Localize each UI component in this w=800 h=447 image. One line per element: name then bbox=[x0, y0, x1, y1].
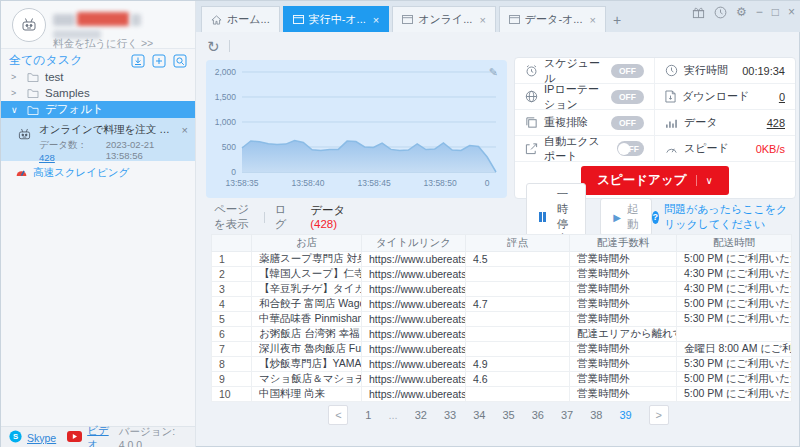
header-rating[interactable]: 評点 bbox=[466, 235, 570, 252]
download-count-link[interactable]: 0 bbox=[779, 91, 785, 103]
table-row[interactable]: 2【韓国人スープ】仁寺洞コムタ...https://www.ubereats.c… bbox=[212, 267, 792, 282]
folder-samples[interactable]: > Samples bbox=[1, 85, 195, 101]
cell-link[interactable]: https://www.ubereats.com/jp/stor... bbox=[362, 327, 466, 342]
pagination-page[interactable]: 32 bbox=[415, 409, 427, 421]
dedupe-off-badge[interactable]: OFF bbox=[611, 116, 644, 130]
window-icon bbox=[293, 15, 304, 24]
close-icon[interactable]: × bbox=[182, 124, 188, 136]
speed-up-button[interactable]: スピードアップ ∨ bbox=[581, 166, 729, 195]
next-page-button[interactable]: > bbox=[649, 405, 669, 425]
pagination-page[interactable]: 39 bbox=[619, 409, 631, 421]
pagination-page[interactable]: 37 bbox=[561, 409, 573, 421]
chevron-right-icon[interactable]: > bbox=[11, 72, 21, 82]
version-label: バージョン: 4.0.0 bbox=[119, 425, 187, 447]
start-button[interactable]: ▶ 起動 bbox=[600, 198, 651, 236]
table-row[interactable]: 7深川夜市 魯肉飯店 Fukagawa Ni...https://www.ube… bbox=[212, 342, 792, 357]
video-link[interactable]: ビデオ bbox=[87, 424, 114, 447]
cell-link[interactable]: https://www.ubereats.com/jp/stor... bbox=[362, 372, 466, 387]
minimize-icon[interactable]: − bbox=[756, 5, 763, 19]
table-cell: 4:30 PM にご利用いただけます bbox=[677, 267, 792, 282]
robot-icon bbox=[16, 126, 33, 147]
table-cell bbox=[466, 312, 570, 327]
cell-link[interactable]: https://www.ubereats.com/jp/stor... bbox=[362, 252, 466, 267]
help-link[interactable]: ? 問題があったらここをクリックしてください bbox=[652, 202, 791, 232]
close-icon[interactable]: × bbox=[479, 14, 485, 26]
table-row[interactable]: 9マショ飯店＆マショチキン門前...https://www.ubereats.c… bbox=[212, 372, 792, 387]
table-row[interactable]: 1薬膳スープ専門店 対身体好（デ...https://www.ubereats.… bbox=[212, 252, 792, 267]
task-item[interactable]: オンラインで料理を注文 | 料理配達サービ... × データ数：428 2023… bbox=[1, 118, 195, 161]
chevron-right-icon[interactable]: > bbox=[11, 88, 21, 98]
pause-icon bbox=[539, 212, 546, 222]
cell-link[interactable]: https://www.ubereats.com/jp/stor... bbox=[362, 387, 466, 402]
row-number: 7 bbox=[212, 342, 252, 357]
gift-icon[interactable] bbox=[692, 6, 705, 19]
run-chart: 05001,0001,5002,00013:58:3513:58:4013:58… bbox=[206, 60, 507, 196]
avatar[interactable] bbox=[12, 8, 46, 42]
table-row[interactable]: 8【炒飯専門店】YAMAhttps://www.ubereats.com/jp/… bbox=[212, 357, 792, 372]
new-task-icon[interactable] bbox=[152, 54, 166, 68]
subtab-data[interactable]: データ(428) bbox=[310, 198, 346, 237]
pagination-page[interactable]: 34 bbox=[473, 409, 485, 421]
skype-link[interactable]: Skype bbox=[27, 432, 56, 444]
table-row[interactable]: 4和合餃子 富岡店 Wagogyoza To...https://www.ube… bbox=[212, 297, 792, 312]
tab-running-task[interactable]: 実行中-オ... × bbox=[283, 6, 390, 32]
auto-export-toggle[interactable]: OFF bbox=[617, 141, 644, 156]
pay-fees-link[interactable]: 料金を払うに行く >> bbox=[53, 37, 153, 51]
table-cell: 5:00 PM にご利用いただけます bbox=[677, 297, 792, 312]
row-number: 10 bbox=[212, 387, 252, 402]
header-shop[interactable]: お店 bbox=[252, 235, 362, 252]
table-row[interactable]: 6お粥飯店 台湾粥 幸福 シンフ...https://www.ubereats.… bbox=[212, 327, 792, 342]
gear-icon[interactable]: ⚙ bbox=[736, 5, 747, 19]
cell-link[interactable]: https://www.ubereats.com/jp/stor... bbox=[362, 312, 466, 327]
pagination-page[interactable]: 33 bbox=[444, 409, 456, 421]
table-cell: 【韓国人スープ】仁寺洞コムタ... bbox=[252, 267, 362, 282]
row-number: 4 bbox=[212, 297, 252, 312]
tab-online[interactable]: オンライ... × bbox=[392, 6, 496, 32]
cell-link[interactable]: https://www.ubereats.com/jp/stor... bbox=[362, 357, 466, 372]
schedule-off-badge[interactable]: OFF bbox=[611, 64, 644, 78]
chevron-down-icon[interactable]: ∨ bbox=[11, 105, 21, 115]
tab-data[interactable]: データ-オ... × bbox=[499, 6, 606, 32]
ip-rotation-off-badge[interactable]: OFF bbox=[611, 90, 644, 104]
pagination-page[interactable]: 36 bbox=[532, 409, 544, 421]
pencil-icon[interactable]: ✎ bbox=[489, 66, 498, 79]
close-icon[interactable]: × bbox=[373, 14, 379, 26]
pagination-page[interactable]: 35 bbox=[502, 409, 514, 421]
maximize-icon[interactable]: □ bbox=[772, 5, 779, 19]
tab-label: ホーム... bbox=[227, 12, 270, 27]
new-tab-icon[interactable]: + bbox=[613, 12, 621, 28]
cell-link[interactable]: https://www.ubereats.com/jp/stor... bbox=[362, 267, 466, 282]
cell-link[interactable]: https://www.ubereats.com/jp/stor... bbox=[362, 342, 466, 357]
header-title-link[interactable]: タイトルリンク bbox=[362, 235, 466, 252]
subtab-show-page[interactable]: ページを表示 bbox=[214, 197, 254, 237]
search-task-icon[interactable] bbox=[173, 54, 187, 68]
cell-link[interactable]: https://www.ubereats.com/jp/stor... bbox=[362, 297, 466, 312]
subtab-log[interactable]: ログ bbox=[275, 197, 289, 237]
table-cell: 4.5 bbox=[466, 252, 570, 267]
clock-icon[interactable] bbox=[714, 6, 727, 19]
header-delivery-fee[interactable]: 配達手数料 bbox=[570, 235, 677, 252]
folder-icon bbox=[27, 72, 39, 82]
skype-icon: S bbox=[9, 430, 22, 445]
pagination-page[interactable]: 1 bbox=[365, 409, 371, 421]
folder-default[interactable]: ∨ デフォルト bbox=[1, 101, 195, 118]
close-window-icon[interactable]: × bbox=[788, 5, 795, 19]
cell-link[interactable]: https://www.ubereats.com/jp/stor... bbox=[362, 282, 466, 297]
speed-mode-label[interactable]: 高速スクレイピング bbox=[33, 166, 129, 180]
header-delivery-time[interactable]: 配送時間 bbox=[677, 235, 792, 252]
pagination-page[interactable]: 38 bbox=[590, 409, 602, 421]
folder-test[interactable]: > test bbox=[1, 69, 195, 85]
data-count-link[interactable]: 428 bbox=[767, 117, 785, 129]
svg-text:0: 0 bbox=[485, 178, 490, 188]
data-count-link[interactable]: 428 bbox=[39, 152, 55, 163]
import-task-icon[interactable] bbox=[131, 54, 145, 68]
window-controls: ⚙ − □ × bbox=[692, 5, 795, 19]
refresh-icon[interactable]: ↻ bbox=[207, 39, 220, 54]
table-row[interactable]: 3【辛豆乳チゲ】タイガー純豆腐 ...https://www.ubereats.… bbox=[212, 282, 792, 297]
table-row[interactable]: 10中国料理 尚来https://www.ubereats.com/jp/sto… bbox=[212, 387, 792, 402]
close-icon[interactable]: × bbox=[589, 14, 595, 26]
tab-home[interactable]: ホーム... bbox=[201, 6, 280, 32]
chevron-down-icon[interactable]: ∨ bbox=[696, 175, 712, 186]
prev-page-button[interactable]: < bbox=[328, 405, 348, 425]
table-row[interactable]: 5中華品味香 Pinmishanhttps://www.ubereats.com… bbox=[212, 312, 792, 327]
